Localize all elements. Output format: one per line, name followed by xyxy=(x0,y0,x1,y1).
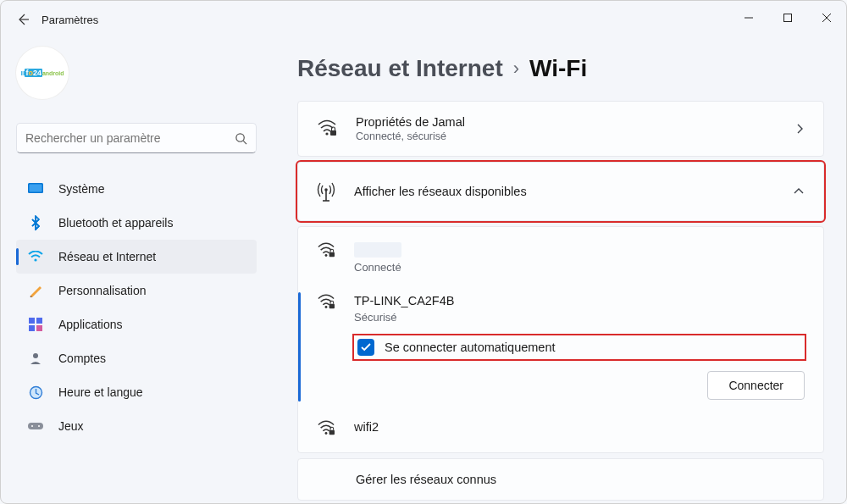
maximize-button[interactable] xyxy=(768,1,807,35)
breadcrumb-parent[interactable]: Réseau et Internet xyxy=(297,55,503,82)
network-name: TP-LINK_CA2F4B xyxy=(354,294,805,307)
avatar-image: ııfo24android xyxy=(20,69,64,77)
wifi-secure-icon xyxy=(317,119,337,138)
brush-icon xyxy=(28,283,43,298)
svg-rect-25 xyxy=(329,252,335,257)
svg-rect-29 xyxy=(329,430,335,435)
svg-point-5 xyxy=(236,133,244,141)
minimize-button[interactable] xyxy=(729,1,768,35)
nav-label: Heure et langue xyxy=(58,385,143,399)
breadcrumb: Réseau et Internet › Wi-Fi xyxy=(297,55,824,82)
wifi-secure-icon xyxy=(317,294,335,311)
bluetooth-icon xyxy=(28,215,43,230)
wifi-secure-icon xyxy=(317,420,335,437)
svg-point-18 xyxy=(38,425,40,427)
titlebar: Paramètres xyxy=(1,1,846,38)
arrow-left-icon xyxy=(16,13,30,26)
svg-rect-20 xyxy=(330,130,336,136)
nav-item-gaming[interactable]: Jeux xyxy=(16,409,257,443)
network-status: Connecté xyxy=(354,261,805,274)
close-button[interactable] xyxy=(807,1,846,35)
nav-item-network[interactable]: Réseau et Internet xyxy=(16,240,257,274)
back-button[interactable] xyxy=(9,6,36,33)
nav-item-personalization[interactable]: Personnalisation xyxy=(16,274,257,307)
settings-window: Paramètres ııfo24android xyxy=(0,0,847,504)
window-title: Paramètres xyxy=(42,14,98,26)
card-title: Gérer les réseaux connus xyxy=(356,473,496,486)
chevron-right-icon: › xyxy=(513,58,519,80)
avatar: ııfo24android xyxy=(16,47,69,99)
nav-label: Réseau et Internet xyxy=(58,250,156,263)
card-title: Propriétés de Jamal xyxy=(356,115,465,129)
available-networks-card[interactable]: Afficher les réseaux disponibles xyxy=(297,162,824,221)
nav-label: Système xyxy=(58,182,104,196)
nav-label: Bluetooth et appareils xyxy=(58,216,173,230)
window-controls xyxy=(729,1,846,35)
svg-rect-13 xyxy=(36,325,42,331)
chevron-up-icon xyxy=(793,187,805,196)
svg-point-9 xyxy=(34,258,36,261)
user-avatar-row[interactable]: ııfo24android xyxy=(16,38,257,114)
network-name: wifi2 xyxy=(354,420,805,434)
nav-item-time-language[interactable]: Heure et langue xyxy=(16,375,257,409)
connect-button[interactable]: Connecter xyxy=(707,371,805,400)
nav-item-system[interactable]: Système xyxy=(16,172,257,206)
check-icon xyxy=(361,343,371,352)
apps-icon xyxy=(28,317,43,332)
network-item-tplink[interactable]: TP-LINK_CA2F4B Sécurisé Se connecter aut… xyxy=(298,284,823,410)
person-icon xyxy=(28,351,43,366)
svg-rect-16 xyxy=(28,423,43,429)
nav-item-accounts[interactable]: Comptes xyxy=(16,341,257,375)
card-title: Afficher les réseaux disponibles xyxy=(354,185,527,198)
network-status: Sécurisé xyxy=(354,311,805,324)
wifi-icon xyxy=(28,249,43,264)
nav-list: Système Bluetooth et appareils Réseau et… xyxy=(16,172,257,443)
auto-connect-checkbox[interactable] xyxy=(357,339,374,356)
svg-point-24 xyxy=(325,254,328,257)
svg-point-14 xyxy=(33,353,38,358)
svg-rect-8 xyxy=(30,185,42,192)
nav-item-apps[interactable]: Applications xyxy=(16,307,257,341)
network-item-wifi2[interactable]: wifi2 xyxy=(298,410,823,447)
search-input[interactable] xyxy=(25,131,235,145)
known-networks-card[interactable]: Gérer les réseaux connus xyxy=(297,458,824,501)
auto-connect-row[interactable]: Se connecter automatiquement xyxy=(354,335,805,359)
clock-globe-icon xyxy=(28,385,43,400)
svg-point-19 xyxy=(325,132,328,135)
svg-rect-11 xyxy=(36,318,42,324)
svg-rect-27 xyxy=(329,304,335,308)
nav-label: Applications xyxy=(58,318,123,331)
nav-label: Comptes xyxy=(58,352,106,365)
search-icon xyxy=(235,132,247,145)
wifi-secure-icon xyxy=(317,242,335,259)
wifi-properties-card[interactable]: Propriétés de Jamal Connecté, sécurisé xyxy=(297,101,824,157)
svg-line-6 xyxy=(243,141,246,144)
svg-rect-2 xyxy=(784,14,792,22)
svg-point-28 xyxy=(325,432,328,435)
search-box[interactable] xyxy=(16,123,257,153)
main-content: Réseau et Internet › Wi-Fi Propriétés de… xyxy=(272,38,846,503)
svg-point-17 xyxy=(31,425,33,427)
sidebar: ııfo24android Système Bluetooth et appar… xyxy=(1,38,272,503)
svg-rect-12 xyxy=(29,325,35,331)
system-icon xyxy=(28,181,43,197)
gamepad-icon xyxy=(28,418,43,434)
network-item-connected[interactable]: Connecté xyxy=(298,232,823,284)
card-subtitle: Connecté, sécurisé xyxy=(356,130,465,142)
network-name-redacted xyxy=(354,242,401,258)
chevron-right-icon xyxy=(794,123,805,135)
svg-point-26 xyxy=(325,306,328,308)
breadcrumb-current: Wi-Fi xyxy=(529,55,587,82)
nav-label: Jeux xyxy=(58,419,84,433)
antenna-icon xyxy=(317,181,335,202)
nav-item-bluetooth[interactable]: Bluetooth et appareils xyxy=(16,206,257,240)
svg-rect-10 xyxy=(29,318,35,324)
networks-list: Connecté TP-LINK_CA2F4B Sécurisé xyxy=(297,226,824,453)
auto-connect-label: Se connecter automatiquement xyxy=(385,341,556,354)
nav-label: Personnalisation xyxy=(58,284,147,297)
